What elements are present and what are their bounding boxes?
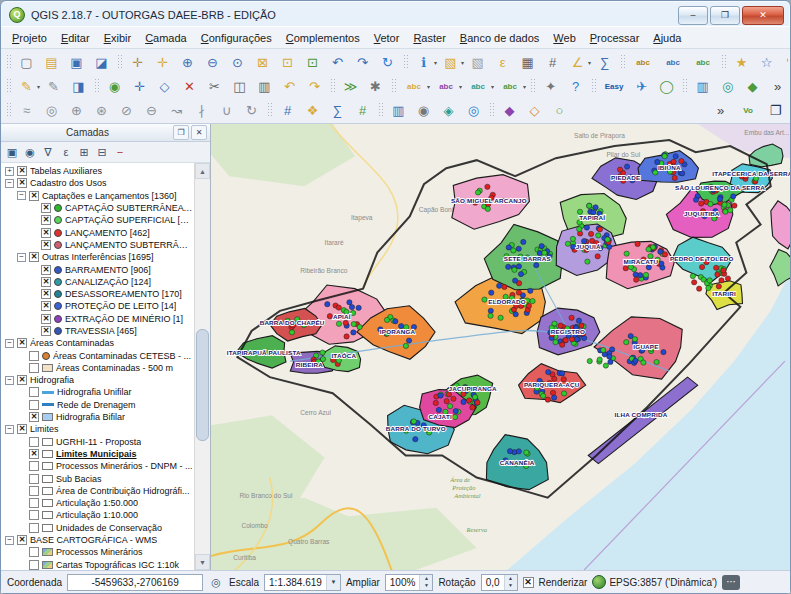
layer-tree-row[interactable]: Articulação 1:50.000 [3,497,194,509]
render-checkbox[interactable]: ✕ [523,577,534,588]
layer-tree-row[interactable]: −✕Hidrografia [3,374,194,386]
pan-map-button[interactable]: ✛ [126,51,149,74]
plugin-a-button[interactable]: ◆ [498,99,521,122]
label-toolbar-1-button[interactable]: abc [400,75,428,98]
scroll-track[interactable] [195,179,210,554]
layer-tree-row[interactable]: UGRHI-11 - Proposta [3,436,194,448]
menu-vetor[interactable]: Vetor [367,30,407,46]
cut-features-button[interactable]: ✂ [203,75,226,98]
filter-expression-button[interactable]: ε [57,143,75,161]
layer-checkbox[interactable]: ✕ [41,215,51,225]
layer-tree-row[interactable]: Áreas Contaminadas - 500 m [3,362,194,374]
scale-dropdown-icon[interactable]: ▼ [326,575,340,590]
db-source-button[interactable]: ▥ [691,75,714,98]
current-edits-button[interactable]: ✎ [15,75,38,98]
wfs-layer-button[interactable]: ◈ [437,99,460,122]
processing-toolbox-button[interactable]: ✦ [539,75,562,98]
layer-checkbox[interactable]: ✕ [41,326,51,336]
expand-all-button[interactable]: ⊞ [75,143,93,161]
new-project-button[interactable]: ▢ [15,51,38,74]
magnifier-spin-arrows[interactable]: ▲▼ [419,575,432,590]
zoom-to-selection-button[interactable]: ⊡ [276,51,299,74]
menu-exibir[interactable]: Exibir [97,30,139,46]
layer-tree-row[interactable]: Rede de Drenagem [3,399,194,411]
maximize-button[interactable]: ❐ [710,6,740,25]
layer-checkbox[interactable] [29,400,39,410]
toolbar-overflow-3-button[interactable]: » [709,99,732,122]
filter-legend-button[interactable]: ∇ [39,143,57,161]
identify-features-dropdown-icon[interactable]: ▾ [434,59,437,66]
layer-checkbox[interactable]: ✕ [17,178,27,188]
labeling-button[interactable]: abc [629,51,657,74]
map-canvas[interactable]: Salto de PiraporaPilar do SulCapão Bonit… [211,124,790,570]
save-project-as-button[interactable]: ◪ [90,51,113,74]
panel-close-button[interactable]: ✕ [191,125,207,140]
layer-tree-row[interactable]: −✕Outras Interferências [1695] [3,251,194,263]
layer-checkbox[interactable] [29,547,39,557]
refresh-map-button[interactable]: ↻ [376,51,399,74]
layer-checkbox[interactable] [29,461,39,471]
toolbar-grip[interactable] [378,102,383,118]
label-toolbar-2-button[interactable]: abc [432,75,460,98]
layer-checkbox[interactable]: ✕ [41,301,51,311]
merge-features-button[interactable]: ∪ [215,99,238,122]
layer-checkbox[interactable] [29,351,39,361]
layer-checkbox[interactable]: ✕ [17,338,27,348]
toolbar-grip[interactable] [6,102,11,118]
close-button[interactable]: ✕ [742,6,784,25]
python-console-button[interactable]: ≫ [339,75,362,98]
layer-checkbox[interactable] [29,486,39,496]
expander-icon[interactable]: − [5,179,14,188]
menu-editar[interactable]: Editar [54,30,97,46]
scroll-up-icon[interactable]: ▲ [195,163,210,179]
layer-tree-row[interactable]: ✕Limites Municipais [3,448,194,460]
zoom-last-button[interactable]: ↶ [326,51,349,74]
expander-icon[interactable]: + [5,167,14,176]
snapping-grid-button[interactable]: # [276,99,299,122]
delete-ring-button[interactable]: ⊘ [115,99,138,122]
current-edits-dropdown-icon[interactable]: ▾ [37,83,40,90]
toolbar-grip[interactable] [489,102,494,118]
menu-web[interactable]: Web [546,30,582,46]
menu-raster[interactable]: Raster [406,30,452,46]
menu-ajuda[interactable]: Ajuda [646,30,688,46]
options-button[interactable]: ✱ [364,75,387,98]
show-bookmarks-button[interactable]: ☆ [755,51,778,74]
messages-icon[interactable]: ⋯ [722,575,740,590]
zoom-in-button[interactable]: ⊕ [176,51,199,74]
toolbar-grip[interactable] [682,78,687,94]
scroll-thumb[interactable] [196,329,209,441]
layer-checkbox[interactable]: ✕ [17,535,27,545]
zoom-out-button[interactable]: ⊖ [201,51,224,74]
layer-checkbox[interactable]: ✕ [41,203,51,213]
layer-checkbox[interactable]: ✕ [29,252,39,262]
layer-checkbox[interactable]: ✕ [41,228,51,238]
layer-tree-row[interactable]: Área de Contribuição Hidrográfi... [3,485,194,497]
statistics-sum-button[interactable]: ∑ [326,99,349,122]
add-group-button[interactable]: ▣ [3,143,21,161]
rotate-feature-button[interactable]: ↻ [240,99,263,122]
expander-icon[interactable]: − [5,339,14,348]
layer-tree-row[interactable]: −✕BASE CARTOGRÁFICA - WMS [3,534,194,546]
menu-processar[interactable]: Processar [583,30,647,46]
minimize-button[interactable]: – [678,6,708,25]
toolbar-grip[interactable] [620,54,625,70]
simplify-feature-button[interactable]: ≈ [15,99,38,122]
layer-tree-row[interactable]: Cartas Topográficas IGC 1:10k [3,559,194,571]
grass-tools-button[interactable]: ◆ [741,75,764,98]
layer-checkbox[interactable]: ✕ [17,166,27,176]
redo-button[interactable]: ↷ [303,75,326,98]
toolbar-grip[interactable] [591,78,596,94]
metasearch-button[interactable]: ❐ [764,99,787,122]
layers-panel-header[interactable]: Camadas ❐ ✕ [1,124,210,142]
toolbar-grip[interactable] [6,78,11,94]
layer-tree-row[interactable]: Processos Minerários - DNPM - ... [3,460,194,472]
globe-plugin-button[interactable]: ✈ [630,75,653,98]
menu-projeto[interactable]: Projeto [5,30,54,46]
panel-float-button[interactable]: ❐ [173,125,189,140]
layer-checkbox[interactable]: ✕ [41,265,51,275]
deselect-features-button[interactable]: ▧ [466,51,489,74]
layer-checkbox[interactable] [29,437,39,447]
zoom-native-button[interactable]: ⊙ [226,51,249,74]
zoom-next-button[interactable]: ↷ [351,51,374,74]
